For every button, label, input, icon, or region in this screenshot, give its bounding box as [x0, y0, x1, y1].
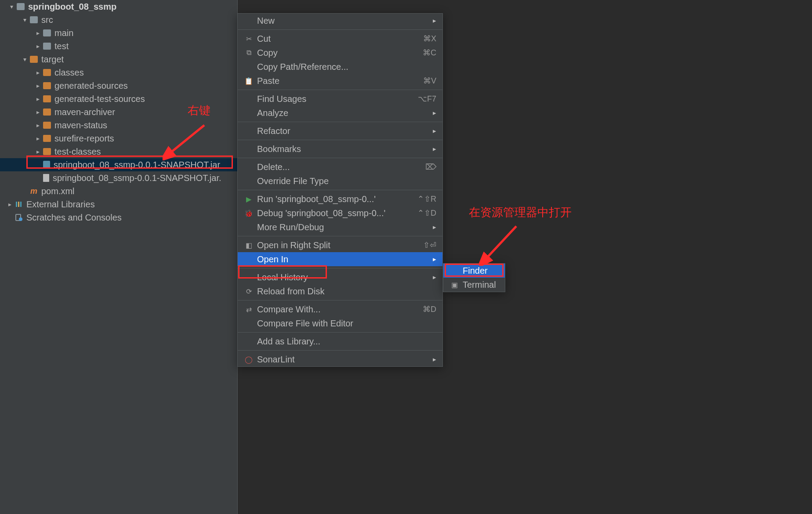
- menu-refactor[interactable]: Refactor ▸: [238, 124, 442, 138]
- blank-icon: [35, 175, 40, 181]
- folder-icon: [43, 148, 51, 155]
- tree-target[interactable]: target: [0, 53, 237, 66]
- menu-copy[interactable]: ⧉ Copy ⌘C: [238, 46, 442, 60]
- tree-label: generated-test-sources: [54, 94, 145, 104]
- chevron-right-icon: ▸: [433, 17, 436, 25]
- sonar-icon: ◯: [244, 355, 254, 364]
- chevron-right-icon[interactable]: [35, 123, 40, 128]
- chevron-right-icon[interactable]: [35, 149, 40, 154]
- folder-icon: [43, 82, 51, 89]
- blank-icon: [22, 188, 27, 194]
- tree-test[interactable]: test: [0, 40, 237, 53]
- tree-label: test-classes: [54, 147, 101, 157]
- menu-new[interactable]: New ▸: [238, 14, 442, 28]
- tree-jar-original[interactable]: springboot_08_ssmp-0.0.1-SNAPSHOT.jar.: [0, 171, 237, 185]
- scratches-icon: [15, 214, 23, 221]
- chevron-right-icon: ▸: [433, 109, 436, 117]
- folder-icon: [43, 122, 51, 129]
- chevron-right-icon: ▸: [433, 145, 436, 153]
- menu-reload-from-disk[interactable]: ⟳ Reload from Disk: [238, 284, 442, 298]
- chevron-right-icon[interactable]: [35, 43, 40, 49]
- tree-external-libraries[interactable]: External Libraries: [0, 198, 237, 211]
- menu-separator: [238, 90, 442, 90]
- folder-icon: [30, 16, 38, 23]
- tree-maven-status[interactable]: maven-status: [0, 119, 237, 132]
- menu-add-as-library[interactable]: Add as Library...: [238, 334, 442, 348]
- menu-override-file-type[interactable]: Override File Type: [238, 174, 442, 188]
- tree-pom[interactable]: m pom.xml: [0, 185, 237, 198]
- tree-test-classes[interactable]: test-classes: [0, 145, 237, 158]
- chevron-right-icon[interactable]: [35, 70, 40, 75]
- menu-separator: [238, 332, 442, 333]
- submenu-finder[interactable]: Finder: [443, 264, 505, 278]
- tree-src[interactable]: src: [0, 13, 237, 26]
- tree-label: pom.xml: [41, 186, 75, 196]
- tree-scratches[interactable]: Scratches and Consoles: [0, 211, 237, 224]
- chevron-right-icon[interactable]: [35, 136, 40, 141]
- menu-paste[interactable]: 📋 Paste ⌘V: [238, 74, 442, 88]
- chevron-down-icon[interactable]: [22, 17, 27, 22]
- chevron-down-icon[interactable]: [9, 4, 14, 9]
- menu-sonarlint[interactable]: ◯ SonarLint ▸: [238, 352, 442, 366]
- folder-icon: [43, 69, 51, 76]
- tree-surefire-reports[interactable]: surefire-reports: [0, 132, 237, 145]
- folder-icon: [30, 56, 38, 63]
- context-menu: New ▸ ✂ Cut ⌘X ⧉ Copy ⌘C Copy Path/Refer…: [237, 13, 443, 367]
- jar-icon: [43, 161, 50, 169]
- menu-run[interactable]: ▶ Run 'springboot_08_ssmp-0...' ⌃⇧R: [238, 192, 442, 206]
- tree-main[interactable]: main: [0, 26, 237, 40]
- folder-icon: [43, 29, 51, 36]
- menu-compare-file-with-editor[interactable]: Compare File with Editor: [238, 316, 442, 330]
- chevron-right-icon[interactable]: [7, 202, 12, 207]
- reload-icon: ⟳: [244, 287, 254, 296]
- svg-rect-2: [20, 202, 22, 207]
- menu-open-in[interactable]: Open In ▸: [238, 252, 442, 266]
- tree-root[interactable]: springboot_08_ssmp: [0, 0, 237, 13]
- menu-bookmarks[interactable]: Bookmarks ▸: [238, 142, 442, 156]
- project-tree-panel: springboot_08_ssmp src main test target …: [0, 0, 237, 514]
- chevron-right-icon[interactable]: [35, 30, 40, 36]
- tree-generated-test-sources[interactable]: generated-test-sources: [0, 92, 237, 105]
- tree-label: generated-sources: [54, 81, 128, 91]
- compare-icon: ⇄: [244, 305, 254, 314]
- play-icon: ▶: [244, 195, 254, 203]
- folder-icon: [43, 43, 51, 50]
- clipboard-icon: 📋: [244, 77, 254, 85]
- chevron-right-icon[interactable]: [35, 109, 40, 115]
- submenu-terminal[interactable]: ▣ Terminal: [443, 278, 505, 292]
- tree-label: springboot_08_ssmp-0.0.1-SNAPSHOT.jar.: [53, 173, 221, 183]
- menu-copy-path[interactable]: Copy Path/Reference...: [238, 60, 442, 74]
- svg-rect-0: [16, 202, 17, 207]
- svg-point-4: [19, 217, 22, 221]
- svg-rect-1: [18, 202, 19, 207]
- tree-label: classes: [54, 68, 84, 78]
- chevron-right-icon[interactable]: [35, 96, 40, 101]
- menu-open-right-split[interactable]: ◧ Open in Right Split ⇧⏎: [238, 238, 442, 252]
- chevron-down-icon[interactable]: [22, 57, 27, 62]
- blank-icon: [7, 215, 12, 220]
- menu-separator: [238, 350, 442, 351]
- menu-compare-with[interactable]: ⇄ Compare With... ⌘D: [238, 302, 442, 316]
- terminal-icon: ▣: [450, 281, 459, 289]
- menu-analyze[interactable]: Analyze ▸: [238, 106, 442, 120]
- copy-icon: ⧉: [244, 49, 254, 57]
- chevron-right-icon[interactable]: [35, 83, 40, 88]
- tree-label: maven-archiver: [54, 107, 115, 117]
- menu-delete[interactable]: Delete... ⌦: [238, 160, 442, 174]
- menu-local-history[interactable]: Local History ▸: [238, 270, 442, 284]
- tree-classes[interactable]: classes: [0, 66, 237, 79]
- menu-more-run-debug[interactable]: More Run/Debug ▸: [238, 220, 442, 234]
- tree-label: surefire-reports: [54, 134, 114, 144]
- menu-debug[interactable]: 🐞 Debug 'springboot_08_ssmp-0...' ⌃⇧D: [238, 206, 442, 220]
- library-icon: [15, 200, 23, 208]
- menu-separator: [238, 158, 442, 158]
- menu-separator: [238, 268, 442, 268]
- tree-jar-selected[interactable]: springboot_08_ssmp-0.0.1-SNAPSHOT.jar: [0, 158, 237, 171]
- file-icon: [43, 174, 49, 182]
- tree-maven-archiver[interactable]: maven-archiver: [0, 105, 237, 119]
- tree-generated-sources[interactable]: generated-sources: [0, 79, 237, 92]
- menu-cut[interactable]: ✂ Cut ⌘X: [238, 32, 442, 46]
- menu-find-usages[interactable]: Find Usages ⌥F7: [238, 92, 442, 106]
- chevron-right-icon: ▸: [433, 273, 436, 281]
- menu-separator: [238, 300, 442, 300]
